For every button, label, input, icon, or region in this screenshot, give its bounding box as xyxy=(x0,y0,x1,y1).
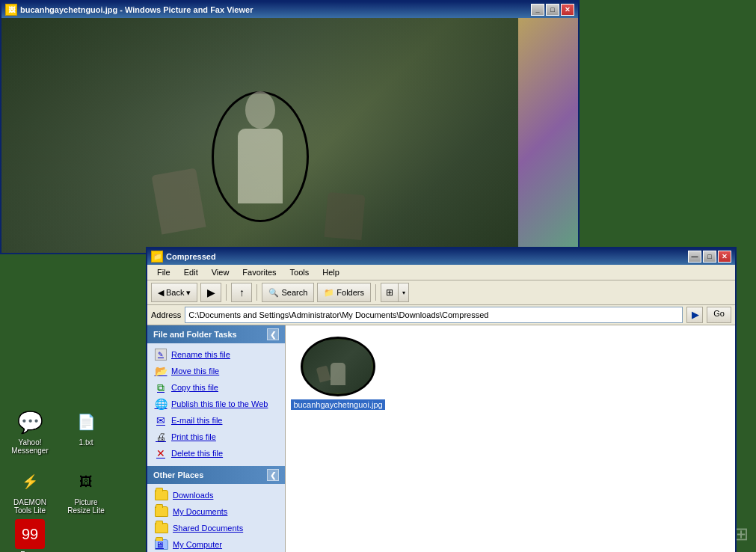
picture-viewer-title-group: 🖼 bucanhgaychetnguoi.jpg - Windows Pictu… xyxy=(5,4,253,16)
my-documents-label: My Documents xyxy=(173,507,227,516)
toolbar-separator-1 xyxy=(226,284,227,301)
menu-file[interactable]: File xyxy=(151,266,176,278)
email-action[interactable]: ✉ E-mail this file xyxy=(147,412,285,429)
toolbar-separator-2 xyxy=(256,284,257,301)
ghost-head xyxy=(245,91,275,129)
txt-label: 1.txt xyxy=(79,438,93,447)
thumb-figure xyxy=(331,363,345,385)
print-label: Print this file xyxy=(171,432,216,441)
my-computer-place[interactable]: 🖥 My Computer xyxy=(147,536,285,552)
picture-viewer-minimize[interactable]: _ xyxy=(531,4,544,16)
warrior-figure xyxy=(518,18,578,253)
menu-tools[interactable]: Tools xyxy=(284,266,316,278)
sidebar-scroll[interactable]: File and Folder Tasks ❮ ✎ Rename this fi… xyxy=(147,325,285,552)
menu-view[interactable]: View xyxy=(206,266,236,278)
copy-action[interactable]: ⧉ Copy this file xyxy=(147,379,285,396)
folders-icon: 📁 xyxy=(324,288,334,298)
file-explorer-window: 📁 Compressed — □ ✕ File Edit View Favori… xyxy=(146,247,737,552)
explorer-icon: 📁 xyxy=(151,251,163,263)
back-arrow-icon: ◀ xyxy=(158,288,164,298)
my-computer-label: My Computer xyxy=(173,540,222,549)
print-action[interactable]: 🖨 Print this file xyxy=(147,429,285,445)
folders-button[interactable]: 📁 Folders xyxy=(317,283,371,302)
rename-label: Rename this file xyxy=(171,350,230,359)
up-arrow-icon: ↑ xyxy=(239,286,245,298)
picture-viewer-controls: _ □ ✕ xyxy=(531,4,574,16)
picture-viewer-maximize[interactable]: □ xyxy=(546,4,559,16)
file-tasks-header[interactable]: File and Folder Tasks ❮ xyxy=(147,325,285,343)
move-action[interactable]: 📂 Move this file xyxy=(147,363,285,379)
other-places-title: Other Places xyxy=(153,470,203,479)
explorer-sidebar: File and Folder Tasks ❮ ✎ Rename this fi… xyxy=(147,325,286,552)
yahoo-label: Yahoo! Messenger xyxy=(7,438,53,455)
shared-documents-label: Shared Documents xyxy=(173,524,243,533)
address-bar: Address ▶ Go xyxy=(147,305,735,325)
back-dropdown-icon: ▾ xyxy=(186,288,191,298)
downloads-label: Downloads xyxy=(173,491,213,500)
search-label: Search xyxy=(281,288,307,297)
picture-resize-img: 🖼 xyxy=(71,467,101,497)
forward-button[interactable]: ▶ xyxy=(200,283,221,302)
downloads-folder-icon xyxy=(155,490,168,500)
views-dropdown-icon: ▾ xyxy=(398,283,408,301)
file-item[interactable]: bucanhgaychetnguoi.jpg xyxy=(293,333,383,414)
menu-help[interactable]: Help xyxy=(316,266,345,278)
other-places-header[interactable]: Other Places ❮ xyxy=(147,466,285,484)
desktop: 🖼 bucanhgaychetnguoi.jpg - Windows Pictu… xyxy=(0,0,756,552)
address-label: Address xyxy=(151,310,181,319)
txt-file-icon[interactable]: 📄 1.txt xyxy=(60,404,112,450)
go-button[interactable]: Go xyxy=(707,307,731,323)
copy-label: Copy this file xyxy=(171,383,218,392)
file-tasks-collapse[interactable]: ❮ xyxy=(267,328,279,340)
up-button[interactable]: ↑ xyxy=(231,283,252,302)
address-input[interactable] xyxy=(185,307,683,323)
delete-action[interactable]: ✕ Delete this file xyxy=(147,445,285,461)
search-button[interactable]: 🔍 Search xyxy=(262,283,314,302)
publish-action[interactable]: 🌐 Publish this file to the Web xyxy=(147,396,285,412)
email-icon: ✉ xyxy=(155,414,167,426)
my-documents-folder-icon xyxy=(155,506,168,517)
picture-viewer-content xyxy=(1,18,578,253)
explorer-close[interactable]: ✕ xyxy=(718,251,731,263)
file-name: bucanhgaychetnguoi.jpg xyxy=(291,399,384,410)
rename-action[interactable]: ✎ Rename this file xyxy=(147,346,285,363)
explorer-controls: — □ ✕ xyxy=(688,251,731,263)
address-arrow-button[interactable]: ▶ xyxy=(686,307,703,323)
ghost-figure xyxy=(215,69,305,203)
explorer-title: Compressed xyxy=(166,252,216,261)
explorer-maximize[interactable]: □ xyxy=(703,251,716,263)
my-documents-place[interactable]: My Documents xyxy=(147,503,285,520)
txt-icon-img: 📄 xyxy=(71,407,101,437)
picture-viewer-title: bucanhgaychetnguoi.jpg - Windows Picture… xyxy=(20,5,253,14)
my-computer-icon: 🖥 xyxy=(155,539,168,550)
shared-documents-place[interactable]: Shared Documents xyxy=(147,520,285,536)
views-button[interactable]: ⊞ ▾ xyxy=(381,283,409,302)
rename-icon: ✎ xyxy=(155,349,167,361)
menu-edit[interactable]: Edit xyxy=(178,266,204,278)
ghost-body xyxy=(238,129,283,203)
move-icon: 📂 xyxy=(155,365,167,377)
picture-viewer-close[interactable]: ✕ xyxy=(561,4,574,16)
explorer-body: File and Folder Tasks ❮ ✎ Rename this fi… xyxy=(147,325,735,552)
picture-resize-label: Picture Resize Lite xyxy=(63,498,109,515)
picture-viewer-icon: 🖼 xyxy=(5,4,17,16)
menu-favorites[interactable]: Favorites xyxy=(236,266,282,278)
views-icon: ⊞ xyxy=(381,285,398,300)
daemon-tools-icon[interactable]: ⚡ DAEMON Tools Lite xyxy=(4,464,56,518)
file-tasks-title: File and Folder Tasks xyxy=(153,330,237,339)
explorer-titlebar: 📁 Compressed — □ ✕ xyxy=(147,248,735,265)
gravestone-right xyxy=(324,192,365,240)
move-label: Move this file xyxy=(171,367,219,375)
delete-label: Delete this file xyxy=(171,449,223,458)
fraps-icon[interactable]: 99 Fraps xyxy=(4,516,56,552)
back-button[interactable]: ◀ Back ▾ xyxy=(151,283,197,302)
explorer-main[interactable]: bucanhgaychetnguoi.jpg xyxy=(286,325,735,552)
other-places-collapse[interactable]: ❮ xyxy=(267,469,279,481)
daemon-icon-img: ⚡ xyxy=(15,467,45,497)
fraps-icon-img: 99 xyxy=(15,519,45,549)
forward-arrow-icon: ▶ xyxy=(207,286,215,298)
explorer-minimize[interactable]: — xyxy=(688,251,701,263)
picture-resize-icon[interactable]: 🖼 Picture Resize Lite xyxy=(60,464,112,518)
yahoo-messenger-icon[interactable]: 💬 Yahoo! Messenger xyxy=(4,404,56,458)
downloads-place[interactable]: Downloads xyxy=(147,487,285,503)
